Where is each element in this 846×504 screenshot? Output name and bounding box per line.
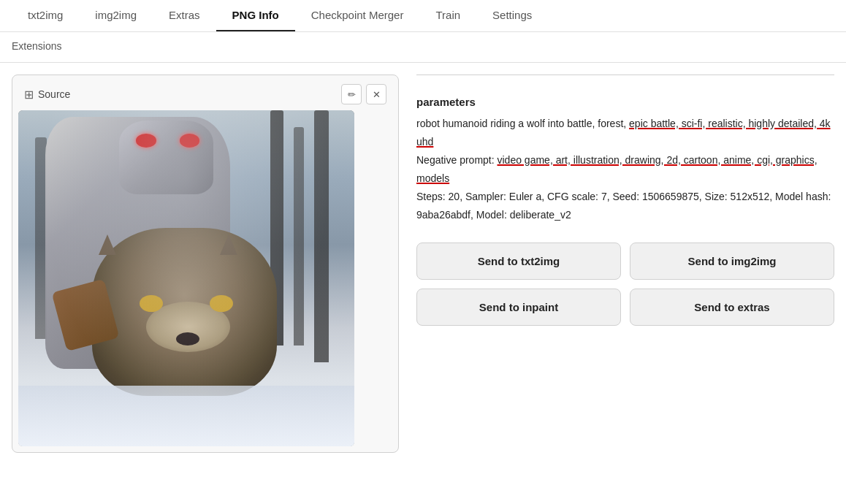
tab-train[interactable]: Train — [419, 0, 476, 31]
right-panel: parameters robot humanoid riding a wolf … — [416, 75, 834, 453]
top-navigation: txt2img img2img Extras PNG Info Checkpoi… — [0, 0, 846, 32]
prompt-text: robot humanoid riding a wolf into battle… — [416, 115, 834, 151]
close-button[interactable]: ✕ — [366, 84, 386, 104]
edit-button[interactable]: ✏ — [341, 84, 362, 104]
source-image[interactable] — [18, 110, 354, 446]
main-content: ⊞ Source ✏ ✕ — [0, 63, 846, 465]
sub-navigation: Extensions — [0, 32, 846, 63]
parameters-title: parameters — [416, 93, 834, 112]
tab-img2img[interactable]: img2img — [79, 0, 153, 31]
image-header: ⊞ Source ✏ ✕ — [18, 81, 392, 110]
negative-prompt-text: Negative prompt: video game, art, illust… — [416, 151, 834, 188]
negative-prompt-underlined: video game, art, illustration, drawing, … — [416, 154, 818, 184]
action-buttons: Send to txt2img Send to img2img Send to … — [416, 243, 834, 326]
send-to-img2img-button[interactable]: Send to img2img — [630, 243, 834, 280]
left-panel: ⊞ Source ✏ ✕ — [12, 75, 399, 453]
send-to-inpaint-button[interactable]: Send to inpaint — [416, 289, 621, 326]
image-container: ⊞ Source ✏ ✕ — [12, 75, 399, 453]
sub-tab-extensions[interactable]: Extensions — [12, 40, 61, 52]
generation-details: Steps: 20, Sampler: Euler a, CFG scale: … — [416, 188, 834, 224]
tab-extras[interactable]: Extras — [153, 0, 216, 31]
tab-txt2img[interactable]: txt2img — [12, 0, 79, 31]
image-label: ⊞ Source — [24, 88, 70, 102]
image-icon: ⊞ — [24, 88, 34, 102]
image-actions: ✏ ✕ — [341, 84, 386, 104]
tab-png-info[interactable]: PNG Info — [216, 0, 295, 31]
source-label: Source — [38, 88, 70, 100]
parameters-section: parameters robot humanoid riding a wolf … — [416, 93, 834, 225]
top-divider — [416, 75, 834, 75]
tab-settings[interactable]: Settings — [476, 0, 548, 31]
prompt-underlined: epic battle, sci-fi, realistic, highly d… — [416, 118, 831, 148]
send-to-extras-button[interactable]: Send to extras — [630, 289, 834, 326]
send-to-txt2img-button[interactable]: Send to txt2img — [416, 243, 621, 280]
tab-checkpoint-merger[interactable]: Checkpoint Merger — [295, 0, 420, 31]
